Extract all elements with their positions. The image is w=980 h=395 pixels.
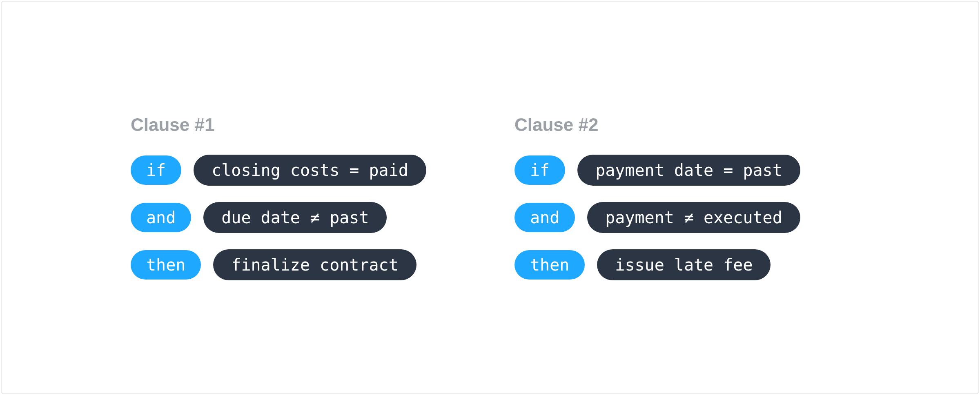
clause-title: Clause #1: [131, 115, 466, 135]
expression-pill: payment ≠ executed: [587, 202, 800, 233]
expression-pill: due date ≠ past: [203, 202, 387, 233]
clause-row: then finalize contract: [131, 249, 466, 280]
expression-pill: issue late fee: [597, 249, 771, 280]
keyword-pill: if: [514, 155, 565, 185]
clause-row: if closing costs = paid: [131, 155, 466, 186]
keyword-pill: if: [131, 155, 181, 185]
expression-pill: finalize contract: [213, 249, 416, 280]
clause-row: if payment date = past: [514, 155, 849, 186]
expression-pill: payment date = past: [577, 155, 800, 186]
clause-row: then issue late fee: [514, 249, 849, 280]
keyword-pill: then: [514, 250, 585, 280]
diagram-frame: Clause #1 if closing costs = paid and du…: [1, 1, 979, 394]
clause-1: Clause #1 if closing costs = paid and du…: [131, 115, 466, 280]
clause-title: Clause #2: [514, 115, 849, 135]
keyword-pill: and: [514, 203, 575, 232]
clause-row: and due date ≠ past: [131, 202, 466, 233]
clause-row: and payment ≠ executed: [514, 202, 849, 233]
keyword-pill: then: [131, 250, 201, 280]
expression-pill: closing costs = paid: [194, 155, 426, 186]
clause-2: Clause #2 if payment date = past and pay…: [514, 115, 849, 280]
keyword-pill: and: [131, 203, 191, 232]
